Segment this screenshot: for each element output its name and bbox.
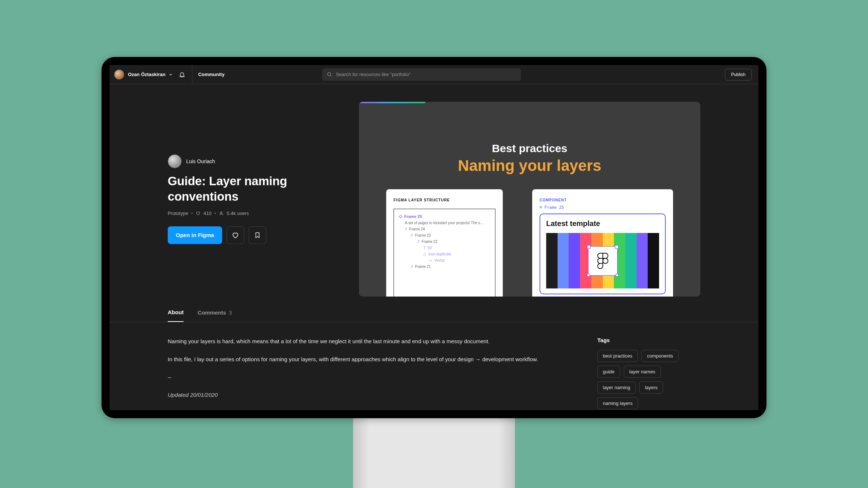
color-strip (546, 233, 659, 288)
layer-item: 92 (428, 246, 432, 250)
frame-ref: ⌘ Frame 25 (540, 205, 666, 210)
author-avatar-icon (168, 154, 182, 168)
comments-count: 3 (229, 310, 232, 316)
monitor-stand (353, 418, 515, 488)
preview-card-right: COMPONENT ⌘ Frame 25 Latest template (532, 189, 673, 297)
svg-point-2 (221, 212, 222, 213)
search-bar[interactable] (322, 68, 521, 81)
author-name-label: Luis Ouriach (186, 158, 215, 164)
figma-icon (597, 253, 608, 269)
users-count: 5.4k users (227, 211, 249, 216)
user-icon (219, 211, 224, 216)
monitor-frame: Ozan Öztaskiran Community Publish Luis O… (102, 57, 766, 418)
description-paragraph: In this file, I lay out a series of opti… (168, 355, 553, 364)
preview-title: Naming your layers (359, 157, 700, 175)
tabs: About Comments 3 (110, 297, 758, 322)
svg-point-3 (603, 258, 608, 263)
hero-section: Luis Ouriach Guide: Layer naming convent… (110, 84, 758, 297)
app-window: Ozan Öztaskiran Community Publish Luis O… (110, 65, 758, 410)
user-menu[interactable]: Ozan Öztaskiran (113, 69, 176, 80)
tags-sidebar: Tags best practices components guide lay… (597, 337, 700, 410)
meta-row: Prototype • 410 • 5.4k users (168, 211, 341, 216)
figma-logo-chip (588, 247, 617, 275)
layer-item: Frame 21 (415, 265, 431, 269)
tab-label: About (168, 309, 184, 315)
tab-comments[interactable]: Comments 3 (198, 309, 232, 322)
component-title: Latest template (546, 219, 659, 228)
tab-about[interactable]: About (168, 309, 184, 322)
publish-button[interactable]: Publish (725, 69, 752, 80)
topbar: Ozan Öztaskiran Community Publish (110, 65, 758, 84)
bookmark-icon (254, 232, 261, 239)
save-button[interactable] (249, 226, 266, 244)
layer-item: icon-duplicate (428, 252, 451, 256)
tag-chip[interactable]: guide (597, 366, 620, 378)
preview-subtitle: Best practices (359, 142, 700, 155)
layer-panel: ◇Frame 25 A set of pages to kickstart yo… (394, 209, 495, 297)
description: Naming your layers is hard, which means … (168, 337, 553, 410)
divider (192, 65, 192, 84)
description-separator: -- (168, 373, 553, 382)
layer-item: A set of pages to kickstart your project… (405, 221, 484, 225)
open-in-figma-button[interactable]: Open in Figma (168, 226, 222, 244)
tag-chip[interactable]: best practices (597, 350, 638, 362)
community-nav-link[interactable]: Community (196, 72, 227, 77)
resource-type-label: Prototype (168, 211, 188, 216)
bell-icon (179, 71, 185, 78)
notifications-button[interactable] (176, 68, 188, 81)
accent-bar (359, 102, 425, 103)
tag-chip[interactable]: components (641, 350, 679, 362)
tag-chip[interactable]: layers (639, 381, 663, 394)
tags-list: best practices components guide layer na… (597, 350, 700, 409)
likes-count: 410 (203, 211, 211, 216)
layer-item: Frame 25 (404, 214, 422, 219)
search-icon (327, 72, 332, 77)
layer-item: Vector (434, 258, 445, 262)
author-link[interactable]: Luis Ouriach (168, 154, 341, 168)
username-label: Ozan Öztaskiran (128, 72, 166, 77)
hero-preview-image: Best practices Naming your layers FIGMA … (359, 102, 700, 297)
preview-headings: Best practices Naming your layers (359, 102, 700, 175)
layer-item: Frame 24 (409, 227, 425, 231)
component-box: Latest template (540, 214, 666, 294)
card-label: FIGMA LAYER STRUCTURE (394, 198, 495, 202)
user-avatar-icon (114, 69, 124, 80)
preview-cards: FIGMA LAYER STRUCTURE ◇Frame 25 A set of… (386, 189, 673, 297)
chevron-down-icon (169, 73, 172, 76)
tag-chip[interactable]: layer naming (597, 381, 636, 394)
page-title: Guide: Layer naming conventions (168, 173, 341, 204)
layer-item: Frame 23 (415, 233, 431, 237)
layer-item: Frame 22 (422, 240, 438, 244)
action-row: Open in Figma (168, 226, 341, 244)
card-label: COMPONENT (540, 198, 666, 202)
updated-line: Updated 20/01/2020 (168, 391, 553, 400)
tab-label: Comments (198, 309, 226, 316)
preview-card-left: FIGMA LAYER STRUCTURE ◇Frame 25 A set of… (386, 189, 503, 297)
heart-icon (232, 232, 239, 239)
hero-info: Luis Ouriach Guide: Layer naming convent… (168, 102, 341, 297)
heart-icon (196, 211, 200, 216)
tag-chip[interactable]: naming layers (597, 397, 638, 409)
content-body: Naming your layers is hard, which means … (110, 322, 758, 410)
svg-line-1 (331, 75, 332, 76)
tags-heading: Tags (597, 337, 700, 343)
svg-point-0 (328, 73, 331, 76)
tag-chip[interactable]: layer names (624, 366, 661, 378)
description-paragraph: Naming your layers is hard, which means … (168, 337, 553, 346)
like-button[interactable] (227, 226, 244, 244)
search-input[interactable] (336, 72, 516, 77)
